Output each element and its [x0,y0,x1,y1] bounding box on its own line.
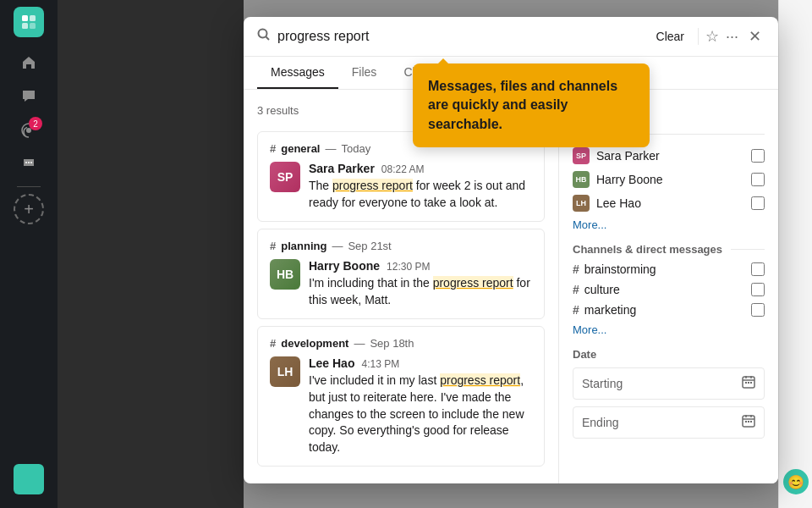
hash-icon-2: # [270,240,276,252]
message-meta-3: Lee Hao 4:13 PM [309,356,532,370]
channel-name-1: general [281,142,320,155]
mentions-badge: 2 [29,117,42,130]
svg-rect-2 [22,23,28,29]
channel-hash-marketing: # [573,303,579,317]
message-meta-1: Sara Parker 08:22 AM [309,162,532,175]
svg-rect-3 [30,23,36,29]
search-content: 3 results Most recent ▾ # general — Toda… [244,90,778,483]
filter-checkbox-harry[interactable] [751,173,765,186]
message-body-1: Sara Parker 08:22 AM The progress report… [309,162,532,211]
right-panel: 😊 [778,0,812,508]
avatar-initials-sara: SP [277,170,294,184]
sender-sara: Sara Parker [309,162,375,175]
filter-name-harry: Harry Boone [596,173,663,186]
sidebar-item-home[interactable] [14,47,44,78]
filter-name-lee: Lee Hao [596,196,641,210]
sender-lee: Lee Hao [309,356,354,370]
tab-messages[interactable]: Messages [257,57,338,89]
filter-checkbox-culture[interactable] [751,283,765,296]
channel-date-sep-3: — [354,337,365,350]
filter-channel-name-culture: culture [584,283,620,296]
svg-rect-0 [22,15,28,21]
filter-people-more[interactable]: More... [573,218,765,231]
filter-person-sara: SP Sara Parker [573,147,765,164]
date-ending-field[interactable]: Ending [573,406,765,439]
message-body-2: Harry Boone 12:30 PM I'm including that … [309,259,532,308]
card-message-2: HB Harry Boone 12:30 PM I'm including th… [270,259,532,308]
svg-point-8 [259,30,267,38]
results-count: 3 results [257,104,299,117]
emoji-button[interactable]: 😊 [783,469,809,494]
msg2-before: I'm including that in the [309,276,433,290]
filter-channels-label: Channels & direct messages [573,243,765,256]
search-more-icon[interactable]: ··· [726,28,738,46]
tooltip-text: Messages, files and channels are quickly… [428,79,617,131]
sidebar-item-chat[interactable] [14,81,44,112]
filter-avatar-lee: LH [573,195,590,212]
search-close-button[interactable]: ✕ [745,25,765,47]
filter-channel-culture-left: # culture [573,283,620,296]
timestamp-1: 08:22 AM [381,163,425,175]
search-bar-divider [698,28,699,45]
card-message-1: SP Sara Parker 08:22 AM The progress rep… [270,162,532,211]
hash-icon-3: # [270,337,276,350]
avatar-initials-lee: LH [277,365,294,378]
message-card-2[interactable]: # planning — Sep 21st HB Harry Boone [257,229,545,319]
search-clear-button[interactable]: Clear [650,26,691,47]
search-input[interactable] [277,29,643,44]
filter-channels-more[interactable]: More... [573,323,765,336]
message-card-3[interactable]: # development — Sep 18th LH Lee Hao [257,326,545,467]
app-logo[interactable] [14,7,44,37]
timestamp-3: 4:13 PM [361,358,399,370]
filter-panel: Filter by People SP Sara Parker HB Harry… [558,90,778,483]
filter-channel-name-brainstorming: brainstorming [584,262,656,276]
search-bar: Clear ☆ ··· ✕ [244,17,778,57]
filter-person-harry-left: HB Harry Boone [573,171,663,188]
tab-files[interactable]: Files [338,57,391,89]
sidebar-divider [17,186,41,187]
sidebar-add-workspace[interactable]: + [14,194,44,224]
svg-point-5 [25,162,27,163]
channel-hash-culture: # [573,283,579,296]
filter-person-sara-left: SP Sara Parker [573,147,660,164]
sidebar-active-workspace[interactable] [14,464,44,494]
sidebar-item-mentions[interactable]: 2 [14,115,44,146]
svg-rect-12 [750,382,752,384]
svg-rect-1 [30,15,36,21]
message-text-3: I've included it in my last progress rep… [309,373,532,456]
msg1-highlight: progress report [332,179,413,192]
date-starting-field[interactable]: Starting [573,367,765,400]
filter-date-label: Date [573,348,765,361]
avatar-lee: LH [270,356,300,387]
msg1-before: The [309,179,332,192]
search-star-icon[interactable]: ☆ [705,27,719,46]
calendar-ending-icon [742,414,755,431]
filter-checkbox-lee[interactable] [751,196,765,210]
channel-name-2: planning [281,240,326,252]
avatar-harry: HB [270,259,300,290]
card-date-2: Sep 21st [348,240,391,252]
sidebar-item-dms[interactable] [14,149,44,179]
date-starting-label: Starting [582,377,623,390]
msg3-highlight: progress report [440,373,520,387]
plus-icon: + [24,200,34,219]
results-panel: 3 results Most recent ▾ # general — Toda… [244,90,558,483]
filter-channel-marketing: # marketing [573,303,765,317]
filter-checkbox-brainstorming[interactable] [751,262,765,276]
message-text-1: The progress report for week 2 is out an… [309,178,532,211]
filter-checkbox-marketing[interactable] [751,303,765,317]
filter-channel-culture: # culture [573,283,765,296]
channel-name-3: development [281,337,348,350]
avatar-sara: SP [270,162,300,192]
card-channel-header-2: # planning — Sep 21st [270,240,532,252]
message-meta-2: Harry Boone 12:30 PM [309,259,532,273]
filter-person-lee-left: LH Lee Hao [573,195,641,212]
timestamp-2: 12:30 PM [387,261,430,273]
filter-channel-marketing-left: # marketing [573,303,636,317]
calendar-starting-icon [742,375,755,392]
svg-point-6 [28,162,30,163]
search-icon [257,28,271,45]
filter-checkbox-sara[interactable] [751,149,765,163]
filter-name-sara: Sara Parker [596,149,660,163]
card-date-3: Sep 18th [370,337,414,350]
